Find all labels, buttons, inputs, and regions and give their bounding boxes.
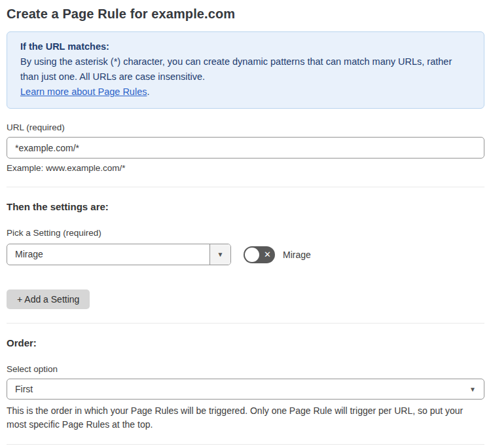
url-input[interactable] [7, 137, 484, 159]
divider [7, 187, 484, 187]
order-helper-text: This is the order in which your Page Rul… [7, 404, 484, 432]
order-select-label: Select option [7, 364, 484, 374]
url-field-helper: Example: www.example.com/* [7, 163, 484, 173]
page-title: Create a Page Rule for example.com [7, 7, 484, 22]
setting-dropdown-button[interactable]: ▼ [209, 244, 230, 265]
settings-section-heading: Then the settings are: [7, 201, 484, 212]
page-rule-form: Create a Page Rule for example.com If th… [0, 0, 491, 448]
url-match-info-box: If the URL matches: By using the asteris… [7, 31, 484, 109]
learn-more-link[interactable]: Learn more about Page Rules [20, 86, 147, 97]
setting-row: Mirage ▼ ✕ Mirage [7, 244, 484, 265]
toggle-off-x-icon: ✕ [264, 246, 271, 263]
toggle-knob [245, 248, 259, 262]
mirage-toggle[interactable]: ✕ [244, 246, 275, 263]
divider [7, 444, 484, 445]
caret-down-icon: ▼ [217, 251, 224, 258]
setting-dropdown-value: Mirage [7, 244, 209, 265]
url-field-label: URL (required) [7, 122, 484, 132]
pick-setting-label: Pick a Setting (required) [7, 228, 484, 238]
info-box-body: By using the asterisk (*) character, you… [20, 54, 471, 84]
setting-dropdown[interactable]: Mirage ▼ [7, 244, 231, 265]
info-box-heading: If the URL matches: [20, 39, 471, 54]
order-section-heading: Order: [7, 337, 484, 348]
order-select-value: First [15, 384, 33, 394]
info-box-link-line: Learn more about Page Rules. [20, 84, 471, 100]
divider [7, 323, 484, 324]
order-select[interactable]: First ▼ [7, 379, 484, 400]
add-setting-button[interactable]: + Add a Setting [7, 289, 90, 309]
toggle-label: Mirage [283, 250, 311, 260]
caret-down-icon: ▼ [469, 386, 476, 393]
link-suffix: . [147, 86, 149, 97]
